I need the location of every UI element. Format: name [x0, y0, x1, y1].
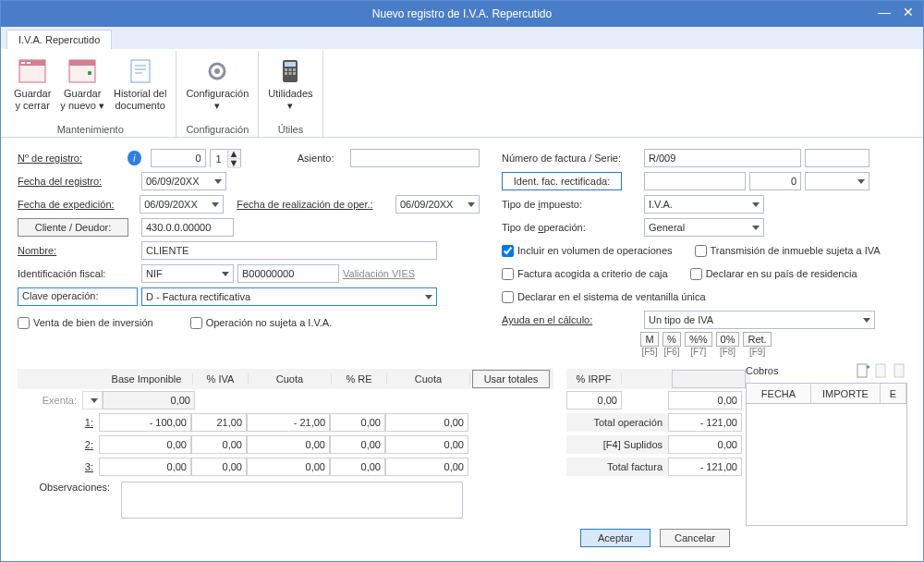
numfac-input[interactable] [644, 149, 801, 167]
chip-pct[interactable]: % [663, 332, 681, 347]
row1-cuota2[interactable] [385, 413, 468, 432]
ayuda-calculo-select[interactable]: Un tipo de IVA [644, 311, 875, 329]
exenta-base[interactable] [103, 391, 195, 409]
num-registro-input[interactable] [151, 149, 206, 167]
nombre-label: Nombre: [18, 245, 138, 256]
observaciones-textarea[interactable] [121, 482, 463, 519]
total-operacion-value[interactable] [668, 413, 742, 432]
chk-venta-inversion[interactable]: Venta de bien de inversión [18, 317, 153, 329]
cobros-col-e: E [881, 384, 906, 403]
row1-pre[interactable] [330, 413, 385, 432]
chip-m[interactable]: M [640, 332, 659, 347]
chk-incluir-volumen[interactable]: Incluir en volumen de operaciones [502, 245, 673, 257]
tab-iva-repercutido[interactable]: I.V.A. Repercutido [6, 30, 112, 49]
chk-no-sujeta-iva[interactable]: Operación no sujeta a I.V.A. [190, 317, 333, 329]
ayuda-calculo-label: Ayuda en el cálculo: [502, 314, 640, 325]
fecha-registro-input[interactable]: 06/09/20XX [141, 172, 226, 190]
chk-criterio-caja[interactable]: Factura acogida a criterio de caja [502, 268, 668, 280]
irpf-pct[interactable] [566, 391, 622, 409]
info-icon[interactable]: i [128, 151, 140, 165]
suplidos-value[interactable] [668, 435, 742, 454]
usar-totales-button[interactable]: Usar totales [472, 370, 550, 388]
save-new-button[interactable]: Guardary nuevo ▾ [56, 53, 108, 122]
suplidos-label: [F4] Suplidos [566, 435, 668, 454]
tipo-operacion-select[interactable]: General [644, 218, 764, 237]
row-3-label: 3: [85, 461, 93, 472]
ident-fac-select[interactable] [805, 172, 869, 190]
row3-base[interactable] [99, 458, 191, 476]
validacion-vies-link[interactable]: Validación VIES [343, 268, 415, 279]
ident-fac-input2[interactable] [749, 172, 801, 190]
chip-ret[interactable]: Ret. [743, 332, 771, 347]
serie-input[interactable] [805, 149, 869, 167]
row2-pre[interactable] [330, 435, 385, 454]
total-factura-label: Total factura [566, 458, 668, 476]
cliente-input[interactable] [141, 218, 234, 237]
configuration-button[interactable]: Configuración▾ [182, 53, 252, 122]
row1-piva[interactable] [191, 413, 247, 432]
cobros-delete-icon[interactable] [893, 363, 907, 378]
chk-ventanilla-unica[interactable]: Declarar en el sistema de ventanilla úni… [502, 291, 706, 303]
ident-fac-input1[interactable] [644, 172, 746, 190]
row1-base[interactable] [99, 413, 191, 432]
clave-operacion-label: Clave operación: [18, 287, 138, 306]
accept-button[interactable]: Aceptar [580, 529, 650, 547]
svg-rect-11 [285, 68, 287, 71]
nombre-input[interactable] [141, 241, 437, 260]
asiento-input[interactable] [350, 149, 480, 167]
ident-fac-rectificada-button[interactable]: Ident. fac. rectificada: [502, 172, 622, 190]
idfiscal-num-input[interactable] [237, 264, 339, 283]
tipo-impuesto-select[interactable]: I.V.A. [644, 195, 764, 214]
svg-rect-10 [285, 62, 296, 67]
svg-rect-17 [857, 364, 867, 377]
cobros-add-icon[interactable] [856, 363, 870, 378]
cliente-deudor-button[interactable]: Cliente / Deudor: [18, 218, 128, 237]
chk-transmision-inmueble[interactable]: Transmisión de inmueble sujeta a IVA [695, 245, 881, 257]
row1-cuota[interactable] [247, 413, 330, 432]
svg-rect-13 [293, 68, 296, 71]
document-history-button[interactable]: Historial deldocumento [110, 53, 170, 122]
ribbon-group-configuracion: Configuración [186, 122, 249, 137]
clave-operacion-select[interactable]: D - Factura rectificativa [141, 287, 437, 306]
chk-declarar-residencia[interactable]: Declarar en su país de residencia [690, 268, 857, 280]
svg-rect-15 [289, 72, 292, 75]
col-base: Base Imponible [101, 373, 193, 385]
row3-piva[interactable] [191, 458, 247, 476]
fecha-exped-input[interactable]: 06/09/20XX [140, 195, 224, 214]
row3-pre[interactable] [330, 458, 385, 476]
fecha-realiz-label: Fecha de realización de oper.: [237, 199, 392, 210]
exenta-select[interactable] [82, 391, 103, 409]
cobros-panel: Cobros FECHA IMPORTE E [746, 359, 907, 526]
asiento-label: Asiento: [298, 153, 346, 164]
close-button[interactable]: ✕ [897, 1, 919, 23]
chip-0pct[interactable]: 0% [716, 332, 740, 347]
idfiscal-type-select[interactable]: NIF [141, 264, 234, 283]
row2-cuota[interactable] [247, 435, 330, 454]
irpf-amount[interactable] [668, 391, 742, 409]
fecha-exped-label: Fecha de expedición: [18, 199, 136, 210]
chip-pctpct[interactable]: %% [685, 332, 712, 347]
svg-rect-2 [21, 62, 25, 64]
row3-cuota2[interactable] [385, 458, 468, 476]
minimize-button[interactable]: — [873, 1, 895, 23]
num-registro-spinner[interactable]: ▲▼ [210, 149, 241, 167]
cobros-title: Cobros [746, 365, 778, 376]
svg-rect-3 [27, 62, 30, 64]
row2-piva[interactable] [191, 435, 247, 454]
fecha-realiz-input[interactable]: 06/09/20XX [395, 195, 480, 214]
row2-cuota2[interactable] [385, 435, 468, 454]
total-factura-value[interactable] [668, 458, 742, 476]
cancel-button[interactable]: Cancelar [660, 529, 730, 547]
history-icon [126, 56, 155, 86]
svg-rect-5 [69, 60, 95, 66]
utilities-button[interactable]: Utilidades▾ [264, 53, 316, 122]
row3-cuota[interactable] [247, 458, 330, 476]
save-close-button[interactable]: Guardary cerrar [10, 53, 55, 122]
cobros-edit-icon[interactable] [874, 363, 889, 378]
row2-base[interactable] [99, 435, 191, 454]
svg-rect-6 [131, 60, 150, 82]
cobros-table[interactable]: FECHA IMPORTE E [746, 383, 907, 526]
ribbon: Guardary cerrar Guardary nuevo ▾ Histori… [1, 49, 923, 138]
svg-rect-16 [293, 72, 296, 75]
cobros-col-fecha: FECHA [747, 384, 811, 403]
